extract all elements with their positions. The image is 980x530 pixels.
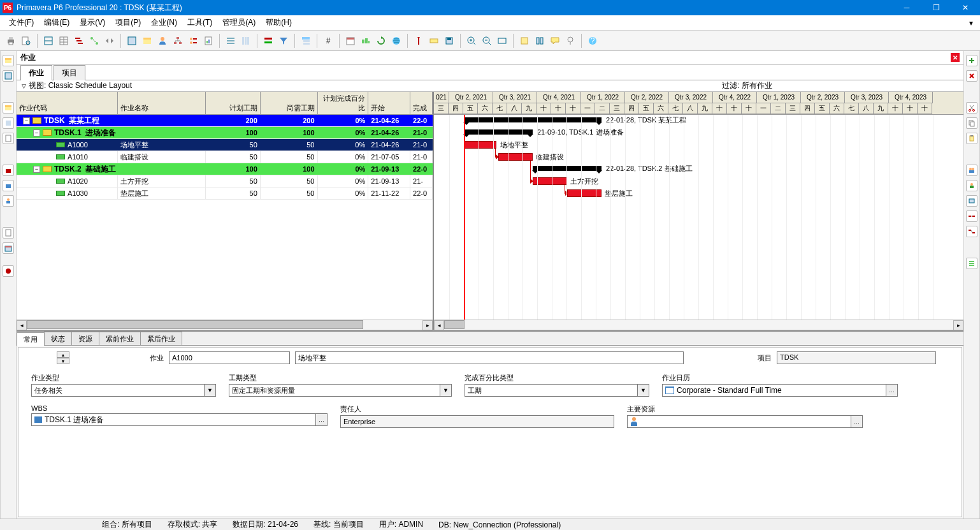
- rail-succ-icon[interactable]: [966, 226, 977, 237]
- reports-icon[interactable]: [201, 34, 215, 48]
- columns-icon[interactable]: [239, 34, 253, 48]
- menu-edit[interactable]: 编辑(E): [39, 17, 75, 28]
- rail-add-icon[interactable]: [966, 55, 977, 66]
- scroll-left[interactable]: ◂: [17, 320, 27, 330]
- print-preview-icon[interactable]: [19, 34, 33, 48]
- rail-roles-icon[interactable]: [966, 180, 977, 191]
- globalchange-icon[interactable]: [389, 34, 403, 48]
- menu-admin[interactable]: 管理员(A): [217, 17, 261, 28]
- dur-type-dropdown[interactable]: 固定工期和资源用量▼: [229, 384, 452, 397]
- res-picker[interactable]: …: [627, 415, 863, 428]
- rail-cut-icon[interactable]: [966, 102, 977, 114]
- maximize-button[interactable]: ❐: [921, 0, 951, 15]
- gantt-scroll-left[interactable]: ◂: [434, 320, 444, 330]
- rail-btn-8[interactable]: [3, 195, 14, 207]
- activity-spinner[interactable]: ▲▼: [57, 351, 69, 364]
- gantt-hscroll[interactable]: ◂ ▸: [434, 320, 963, 330]
- rail-btn-6[interactable]: [3, 165, 14, 176]
- expand-toggle[interactable]: −: [23, 117, 30, 124]
- menu-view[interactable]: 显示(V): [75, 17, 110, 28]
- table-row[interactable]: −TDSK 某某工程2002000%21-04-2622-0: [17, 115, 433, 127]
- store-icon[interactable]: [442, 34, 456, 48]
- detail-tab-succ[interactable]: 紧后作业: [140, 332, 182, 345]
- rail-btn-3[interactable]: [3, 102, 14, 114]
- rail-btn-2[interactable]: [3, 70, 14, 82]
- expand-toggle[interactable]: −: [33, 166, 40, 173]
- relationship-icon[interactable]: [87, 34, 101, 48]
- cal-picker[interactable]: Corporate - Standard Full Time…: [662, 384, 898, 397]
- table-row[interactable]: A1010临建搭设50500%21-07-0521-0: [17, 151, 433, 163]
- zoom-out-icon[interactable]: [480, 34, 494, 48]
- pct-type-dropdown[interactable]: 工期▼: [465, 384, 649, 397]
- gantt-body[interactable]: 22-01-28, TDSK 某某工程 21-09-10, TDSK.1 进场准…: [434, 115, 963, 320]
- table-body[interactable]: −TDSK 某某工程2002000%21-04-2622-0−TDSK.1 进场…: [17, 115, 433, 320]
- attach-icon[interactable]: [563, 34, 577, 48]
- col-rem[interactable]: 尚需工期: [261, 92, 318, 114]
- update-icon[interactable]: [374, 34, 388, 48]
- rail-pred-icon[interactable]: [966, 210, 977, 222]
- table-row[interactable]: A1030垫层施工50500%21-11-2222-0: [17, 188, 433, 200]
- trace-icon[interactable]: [103, 34, 117, 48]
- rail-delete-icon[interactable]: [966, 70, 977, 82]
- zoom-fit-icon[interactable]: [495, 34, 509, 48]
- rail-btn-9[interactable]: [3, 227, 14, 239]
- activity-id-field[interactable]: [169, 351, 290, 364]
- col-start[interactable]: 开始: [368, 92, 410, 114]
- table-row[interactable]: −TDSK.2 基础施工1001000%21-09-1322-0: [17, 163, 433, 175]
- minimize-button[interactable]: ─: [892, 0, 921, 15]
- activities-icon[interactable]: [125, 34, 139, 48]
- rail-btn-4[interactable]: [3, 117, 14, 129]
- level-icon[interactable]: [359, 34, 373, 48]
- resources-icon[interactable]: [155, 34, 169, 48]
- help-icon[interactable]: ?: [586, 34, 600, 48]
- group-icon[interactable]: [299, 34, 313, 48]
- rail-resources-icon[interactable]: [966, 165, 977, 176]
- bar-a1020[interactable]: [533, 177, 567, 185]
- menu-file[interactable]: 文件(F): [4, 17, 39, 28]
- col-orig[interactable]: 计划工期: [206, 92, 261, 114]
- gantt-scroll-right[interactable]: ▸: [953, 320, 963, 330]
- detail-tab-general[interactable]: 常用: [17, 332, 45, 346]
- tab-projects[interactable]: 项目: [54, 65, 85, 80]
- table-icon[interactable]: [57, 34, 71, 48]
- expand-toggle[interactable]: −: [33, 129, 40, 136]
- rail-btn-10[interactable]: [3, 242, 14, 254]
- expand-icon[interactable]: [517, 34, 531, 48]
- bar-wbs2[interactable]: [533, 166, 602, 171]
- filter-icon[interactable]: [277, 34, 291, 48]
- scroll-right[interactable]: ▸: [422, 320, 433, 330]
- progress-icon[interactable]: [412, 34, 426, 48]
- rail-steps-icon[interactable]: [966, 258, 977, 269]
- spotlight-icon[interactable]: [427, 34, 441, 48]
- detail-tab-pred[interactable]: 紧前作业: [99, 332, 141, 345]
- table-hscroll[interactable]: ◂ ▸: [17, 320, 433, 330]
- menu-overflow[interactable]: ▾: [966, 18, 976, 27]
- activity-name-field[interactable]: [295, 351, 684, 364]
- col-pct[interactable]: 计划完成百分比: [318, 92, 369, 114]
- rail-btn-5[interactable]: [3, 133, 14, 144]
- layout-icon[interactable]: [41, 34, 55, 48]
- menu-project[interactable]: 项目(P): [110, 17, 146, 28]
- table-row[interactable]: A1020土方开挖50500%21-09-1321-: [17, 175, 433, 188]
- view-close-button[interactable]: ✕: [951, 53, 960, 62]
- print-icon[interactable]: [4, 34, 18, 48]
- rail-codes-icon[interactable]: [966, 195, 977, 207]
- schedule-icon[interactable]: [343, 34, 357, 48]
- rail-btn-1[interactable]: [3, 55, 14, 66]
- act-type-dropdown[interactable]: 任务相关▼: [31, 384, 216, 397]
- bar-a1000[interactable]: [464, 141, 496, 149]
- col-name[interactable]: 作业名称: [118, 92, 206, 114]
- zoom-in-icon[interactable]: [465, 34, 479, 48]
- menu-help[interactable]: 帮助(H): [261, 17, 297, 28]
- hash-icon[interactable]: #: [321, 34, 335, 48]
- rail-btn-7[interactable]: [3, 180, 14, 191]
- close-button[interactable]: ✕: [951, 0, 980, 15]
- table-row[interactable]: A1000场地平整50500%21-04-2621-0: [17, 139, 433, 151]
- rail-paste-icon[interactable]: [966, 133, 977, 144]
- col-fin[interactable]: 完成: [410, 92, 433, 114]
- wbs-picker[interactable]: TDSK.1 进场准备…: [31, 413, 328, 426]
- menu-enterprise[interactable]: 企业(N): [146, 17, 182, 28]
- collapse-icon[interactable]: [533, 34, 547, 48]
- rail-copy-icon[interactable]: [966, 117, 977, 129]
- menu-tools[interactable]: 工具(T): [182, 17, 217, 28]
